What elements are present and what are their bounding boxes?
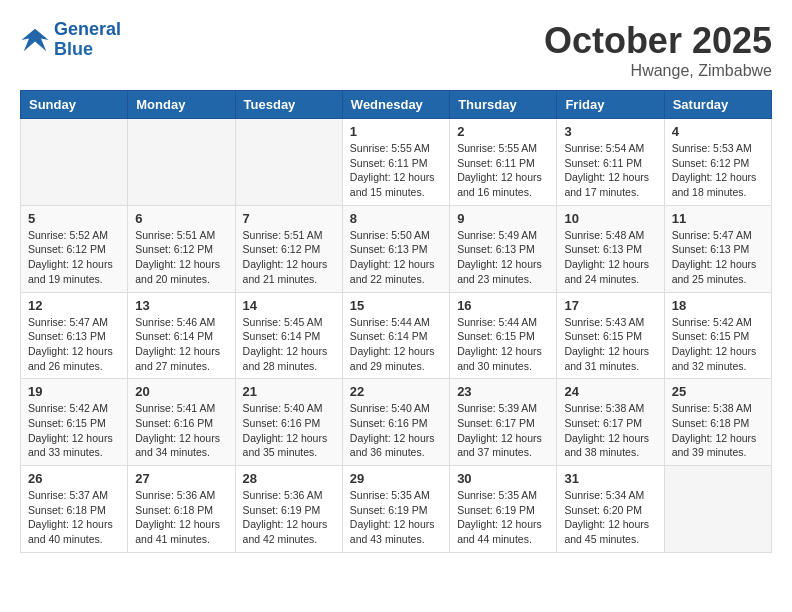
day-number: 30 [457, 471, 549, 486]
calendar-cell: 23Sunrise: 5:39 AM Sunset: 6:17 PM Dayli… [450, 379, 557, 466]
day-info: Sunrise: 5:36 AM Sunset: 6:19 PM Dayligh… [243, 488, 335, 547]
day-number: 14 [243, 298, 335, 313]
calendar-cell: 31Sunrise: 5:34 AM Sunset: 6:20 PM Dayli… [557, 466, 664, 553]
day-info: Sunrise: 5:36 AM Sunset: 6:18 PM Dayligh… [135, 488, 227, 547]
weekday-header-row: SundayMondayTuesdayWednesdayThursdayFrid… [21, 91, 772, 119]
day-number: 22 [350, 384, 442, 399]
day-number: 15 [350, 298, 442, 313]
calendar-cell [235, 119, 342, 206]
day-info: Sunrise: 5:53 AM Sunset: 6:12 PM Dayligh… [672, 141, 764, 200]
day-number: 2 [457, 124, 549, 139]
calendar-week-row: 1Sunrise: 5:55 AM Sunset: 6:11 PM Daylig… [21, 119, 772, 206]
day-number: 27 [135, 471, 227, 486]
weekday-header: Friday [557, 91, 664, 119]
day-info: Sunrise: 5:46 AM Sunset: 6:14 PM Dayligh… [135, 315, 227, 374]
calendar-cell: 10Sunrise: 5:48 AM Sunset: 6:13 PM Dayli… [557, 205, 664, 292]
day-number: 7 [243, 211, 335, 226]
calendar-cell: 24Sunrise: 5:38 AM Sunset: 6:17 PM Dayli… [557, 379, 664, 466]
day-info: Sunrise: 5:35 AM Sunset: 6:19 PM Dayligh… [350, 488, 442, 547]
day-info: Sunrise: 5:35 AM Sunset: 6:19 PM Dayligh… [457, 488, 549, 547]
day-number: 28 [243, 471, 335, 486]
day-info: Sunrise: 5:52 AM Sunset: 6:12 PM Dayligh… [28, 228, 120, 287]
weekday-header: Saturday [664, 91, 771, 119]
calendar-cell: 18Sunrise: 5:42 AM Sunset: 6:15 PM Dayli… [664, 292, 771, 379]
day-number: 9 [457, 211, 549, 226]
day-info: Sunrise: 5:39 AM Sunset: 6:17 PM Dayligh… [457, 401, 549, 460]
logo-text: General Blue [54, 20, 121, 60]
day-info: Sunrise: 5:40 AM Sunset: 6:16 PM Dayligh… [243, 401, 335, 460]
day-info: Sunrise: 5:42 AM Sunset: 6:15 PM Dayligh… [28, 401, 120, 460]
calendar-cell [21, 119, 128, 206]
calendar-cell: 5Sunrise: 5:52 AM Sunset: 6:12 PM Daylig… [21, 205, 128, 292]
day-number: 29 [350, 471, 442, 486]
day-info: Sunrise: 5:42 AM Sunset: 6:15 PM Dayligh… [672, 315, 764, 374]
calendar-cell: 26Sunrise: 5:37 AM Sunset: 6:18 PM Dayli… [21, 466, 128, 553]
day-number: 17 [564, 298, 656, 313]
day-info: Sunrise: 5:51 AM Sunset: 6:12 PM Dayligh… [243, 228, 335, 287]
page-header: General Blue October 2025 Hwange, Zimbab… [20, 20, 772, 80]
day-info: Sunrise: 5:41 AM Sunset: 6:16 PM Dayligh… [135, 401, 227, 460]
calendar-cell: 21Sunrise: 5:40 AM Sunset: 6:16 PM Dayli… [235, 379, 342, 466]
weekday-header: Tuesday [235, 91, 342, 119]
day-number: 8 [350, 211, 442, 226]
title-block: October 2025 Hwange, Zimbabwe [544, 20, 772, 80]
day-number: 23 [457, 384, 549, 399]
calendar-week-row: 5Sunrise: 5:52 AM Sunset: 6:12 PM Daylig… [21, 205, 772, 292]
day-info: Sunrise: 5:47 AM Sunset: 6:13 PM Dayligh… [672, 228, 764, 287]
calendar-cell: 11Sunrise: 5:47 AM Sunset: 6:13 PM Dayli… [664, 205, 771, 292]
calendar-cell: 8Sunrise: 5:50 AM Sunset: 6:13 PM Daylig… [342, 205, 449, 292]
day-number: 18 [672, 298, 764, 313]
day-info: Sunrise: 5:44 AM Sunset: 6:15 PM Dayligh… [457, 315, 549, 374]
calendar-cell: 16Sunrise: 5:44 AM Sunset: 6:15 PM Dayli… [450, 292, 557, 379]
calendar-cell: 28Sunrise: 5:36 AM Sunset: 6:19 PM Dayli… [235, 466, 342, 553]
calendar-week-row: 19Sunrise: 5:42 AM Sunset: 6:15 PM Dayli… [21, 379, 772, 466]
day-number: 26 [28, 471, 120, 486]
day-info: Sunrise: 5:44 AM Sunset: 6:14 PM Dayligh… [350, 315, 442, 374]
day-info: Sunrise: 5:54 AM Sunset: 6:11 PM Dayligh… [564, 141, 656, 200]
day-number: 5 [28, 211, 120, 226]
calendar-cell: 15Sunrise: 5:44 AM Sunset: 6:14 PM Dayli… [342, 292, 449, 379]
calendar-cell: 7Sunrise: 5:51 AM Sunset: 6:12 PM Daylig… [235, 205, 342, 292]
day-info: Sunrise: 5:37 AM Sunset: 6:18 PM Dayligh… [28, 488, 120, 547]
day-number: 10 [564, 211, 656, 226]
day-number: 11 [672, 211, 764, 226]
calendar-cell: 6Sunrise: 5:51 AM Sunset: 6:12 PM Daylig… [128, 205, 235, 292]
calendar-week-row: 12Sunrise: 5:47 AM Sunset: 6:13 PM Dayli… [21, 292, 772, 379]
calendar-cell: 27Sunrise: 5:36 AM Sunset: 6:18 PM Dayli… [128, 466, 235, 553]
calendar-week-row: 26Sunrise: 5:37 AM Sunset: 6:18 PM Dayli… [21, 466, 772, 553]
month-title: October 2025 [544, 20, 772, 62]
calendar-cell: 19Sunrise: 5:42 AM Sunset: 6:15 PM Dayli… [21, 379, 128, 466]
day-number: 19 [28, 384, 120, 399]
calendar-cell: 17Sunrise: 5:43 AM Sunset: 6:15 PM Dayli… [557, 292, 664, 379]
location-title: Hwange, Zimbabwe [544, 62, 772, 80]
calendar-cell: 14Sunrise: 5:45 AM Sunset: 6:14 PM Dayli… [235, 292, 342, 379]
calendar-cell: 30Sunrise: 5:35 AM Sunset: 6:19 PM Dayli… [450, 466, 557, 553]
day-info: Sunrise: 5:38 AM Sunset: 6:17 PM Dayligh… [564, 401, 656, 460]
weekday-header: Monday [128, 91, 235, 119]
day-number: 20 [135, 384, 227, 399]
day-info: Sunrise: 5:49 AM Sunset: 6:13 PM Dayligh… [457, 228, 549, 287]
calendar-cell: 13Sunrise: 5:46 AM Sunset: 6:14 PM Dayli… [128, 292, 235, 379]
day-number: 31 [564, 471, 656, 486]
day-info: Sunrise: 5:34 AM Sunset: 6:20 PM Dayligh… [564, 488, 656, 547]
calendar-cell [664, 466, 771, 553]
weekday-header: Thursday [450, 91, 557, 119]
day-number: 13 [135, 298, 227, 313]
day-info: Sunrise: 5:55 AM Sunset: 6:11 PM Dayligh… [457, 141, 549, 200]
day-info: Sunrise: 5:45 AM Sunset: 6:14 PM Dayligh… [243, 315, 335, 374]
day-number: 12 [28, 298, 120, 313]
weekday-header: Sunday [21, 91, 128, 119]
logo-line2: Blue [54, 39, 93, 59]
calendar-cell: 29Sunrise: 5:35 AM Sunset: 6:19 PM Dayli… [342, 466, 449, 553]
svg-marker-0 [22, 29, 49, 52]
calendar-cell: 22Sunrise: 5:40 AM Sunset: 6:16 PM Dayli… [342, 379, 449, 466]
calendar-cell: 3Sunrise: 5:54 AM Sunset: 6:11 PM Daylig… [557, 119, 664, 206]
day-number: 16 [457, 298, 549, 313]
day-info: Sunrise: 5:50 AM Sunset: 6:13 PM Dayligh… [350, 228, 442, 287]
calendar-cell: 2Sunrise: 5:55 AM Sunset: 6:11 PM Daylig… [450, 119, 557, 206]
logo-icon [20, 25, 50, 55]
calendar-cell [128, 119, 235, 206]
day-number: 24 [564, 384, 656, 399]
calendar-cell: 1Sunrise: 5:55 AM Sunset: 6:11 PM Daylig… [342, 119, 449, 206]
logo-line1: General [54, 19, 121, 39]
